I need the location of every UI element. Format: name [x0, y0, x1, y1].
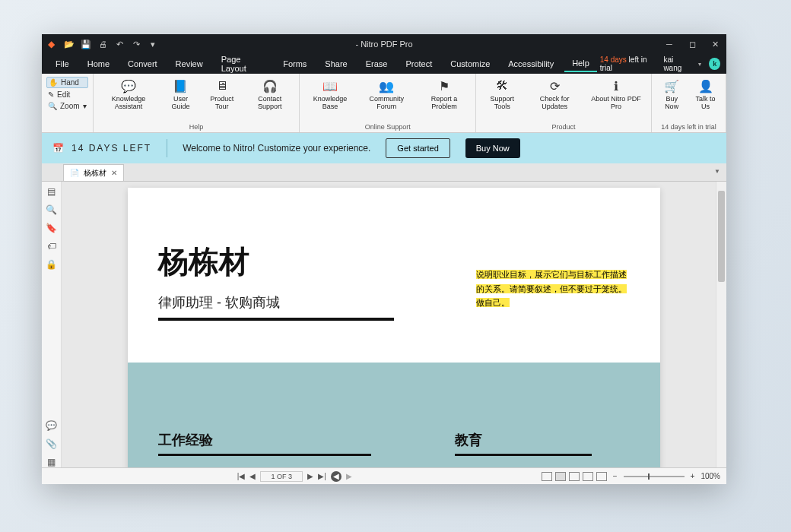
buy-now-ribbon-button[interactable]: 🛒Buy Now [656, 77, 687, 123]
headset-icon: 🎧 [262, 78, 278, 93]
edit-tool[interactable]: ✎Edit [46, 90, 88, 100]
view-fullscreen-icon[interactable] [596, 472, 607, 481]
username-label[interactable]: kai wang [663, 55, 691, 72]
zoom-slider[interactable] [624, 476, 685, 477]
tabs-dropdown-icon[interactable]: ▼ [714, 168, 720, 175]
attachments-panel-icon[interactable]: 📎 [46, 439, 57, 449]
maximize-button[interactable]: ◻ [681, 34, 704, 54]
last-page-icon[interactable]: ▶| [318, 472, 326, 480]
menu-erase[interactable]: Erase [358, 56, 396, 71]
user-avatar[interactable]: k [709, 58, 720, 70]
support-tools-button[interactable]: 🛠Support Tools [481, 77, 523, 123]
flag-icon: ⚑ [437, 78, 452, 93]
menu-share[interactable]: Share [317, 56, 354, 71]
about-button[interactable]: ℹAbout Nitro PDF Pro [586, 77, 646, 123]
menu-home[interactable]: Home [80, 56, 117, 71]
get-started-button[interactable]: Get started [386, 138, 450, 158]
menu-forms[interactable]: Forms [275, 56, 314, 71]
close-button[interactable]: ✕ [704, 34, 726, 54]
zoom-level: 100% [700, 472, 720, 480]
save-icon[interactable]: 💾 [81, 39, 91, 49]
banner-welcome: Welcome to Nitro! Customize your experie… [183, 143, 370, 154]
page-indicator[interactable]: 1 OF 3 [260, 471, 303, 482]
knowledge-assistant-button[interactable]: 💬Knowledge Assistant [98, 77, 160, 123]
bookmarks-panel-icon[interactable]: 🔖 [46, 223, 57, 233]
menu-file[interactable]: File [48, 56, 77, 71]
report-problem-button[interactable]: ⚑Report a Problem [418, 77, 471, 123]
menu-customize[interactable]: Customize [443, 56, 497, 71]
ribbon-label-help: Help [94, 123, 300, 132]
view-facing-icon[interactable] [569, 472, 580, 481]
people-icon: 👥 [379, 78, 394, 93]
divider [455, 454, 592, 456]
community-forum-button[interactable]: 👥Community Forum [359, 77, 415, 123]
ribbon-label-trial: 14 days left in trial [652, 123, 726, 132]
chat-icon: 💬 [121, 78, 136, 93]
zoom-in-icon[interactable]: + [691, 472, 695, 480]
teal-section: 工作经验 教育 [128, 363, 660, 467]
zoom-out-icon[interactable]: − [613, 472, 618, 480]
view-single-icon[interactable] [542, 472, 552, 481]
product-tour-button[interactable]: 🖥Product Tour [202, 77, 242, 123]
banner-divider [167, 139, 167, 157]
titlebar: ◆ 📂 💾 🖨 ↶ ↷ ▾ - Nitro PDF Pro ─ ◻ ✕ [42, 34, 726, 54]
layers-panel-icon[interactable]: ▦ [46, 457, 57, 467]
document-tab[interactable]: 📄 杨栋材 ✕ [63, 164, 124, 181]
ribbon-group-trial: 🛒Buy Now 👤Talk to Us 14 days left in tri… [652, 74, 726, 132]
hand-tool[interactable]: ✋Hand [46, 77, 88, 88]
tab-label: 杨栋材 [84, 168, 106, 179]
view-continuous-icon[interactable] [555, 472, 566, 481]
scrollbar-thumb[interactable] [718, 191, 725, 282]
nav-back-icon[interactable]: ◀ [331, 471, 341, 482]
zoom-tool[interactable]: 🔍Zoom ▾ [46, 101, 88, 111]
vertical-scrollbar[interactable] [716, 182, 726, 467]
contact-support-button[interactable]: 🎧Contact Support [245, 77, 294, 123]
ribbon-group-product: 🛠Support Tools ⟳Check for Updates ℹAbout… [476, 74, 652, 132]
info-icon: ℹ [608, 78, 624, 93]
minimize-button[interactable]: ─ [658, 34, 681, 54]
redo-icon[interactable]: ↷ [131, 39, 141, 49]
buy-now-button[interactable]: Buy Now [465, 138, 520, 158]
check-updates-button[interactable]: ⟳Check for Updates [526, 77, 583, 123]
user-guide-button[interactable]: 📘User Guide [163, 77, 199, 123]
view-facing-cont-icon[interactable] [583, 472, 593, 481]
person-icon: 👤 [698, 78, 713, 93]
menu-accessibility[interactable]: Accessibility [500, 56, 561, 71]
search-panel-icon[interactable]: 🔍 [46, 204, 57, 215]
knowledge-base-button[interactable]: 📖Knowledge Base [304, 77, 355, 123]
content-area: ▤ 🔍 🔖 🏷 🔒 💬 📎 ▦ 杨栋材 律师助理 - 软购商城 说明职业目标，展… [42, 182, 726, 467]
tab-close-icon[interactable]: ✕ [111, 169, 117, 177]
section-experience: 工作经验 [158, 431, 371, 449]
menu-review[interactable]: Review [168, 56, 211, 71]
menu-convert[interactable]: Convert [120, 56, 165, 71]
pages-panel-icon[interactable]: ▤ [46, 186, 57, 197]
print-icon[interactable]: 🖨 [97, 39, 108, 49]
first-page-icon[interactable]: |◀ [237, 472, 246, 480]
pdf-page: 杨栋材 律师助理 - 软购商城 说明职业目标，展示它们与目标工作描述的关系。请简… [128, 188, 660, 467]
statusbar: |◀ ◀ 1 OF 3 ▶ ▶| ◀ ▶ − + 100% [42, 467, 726, 484]
page-navigation: |◀ ◀ 1 OF 3 ▶ ▶| ◀ ▶ [237, 471, 352, 482]
highlighted-text: 说明职业目标，展示它们与目标工作描述的关系。请简要叙述，但不要过于笼统。做自己。 [476, 268, 628, 310]
left-rail: ▤ 🔍 🔖 🏷 🔒 💬 📎 ▦ [42, 182, 62, 467]
menu-page-layout[interactable]: Page Layout [214, 52, 272, 76]
next-page-icon[interactable]: ▶ [307, 472, 313, 480]
talk-to-us-button[interactable]: 👤Talk to Us [690, 77, 721, 123]
menu-protect[interactable]: Protect [398, 56, 440, 71]
undo-icon[interactable]: ↶ [114, 39, 125, 49]
qat-more-icon[interactable]: ▾ [148, 39, 158, 49]
open-icon[interactable]: 📂 [64, 39, 75, 49]
prev-page-icon[interactable]: ◀ [249, 472, 256, 480]
menu-help[interactable]: Help [564, 55, 597, 72]
tags-panel-icon[interactable]: 🏷 [46, 241, 57, 252]
comments-panel-icon[interactable]: 💬 [46, 420, 57, 431]
screen-icon: 🖥 [214, 78, 230, 93]
tools-icon: 🛠 [494, 78, 510, 93]
trial-status: 14 days left in trial [600, 55, 656, 72]
user-dropdown-icon[interactable]: ▾ [698, 61, 701, 68]
document-viewport[interactable]: 杨栋材 律师助理 - 软购商城 说明职业目标，展示它们与目标工作描述的关系。请简… [62, 182, 726, 467]
ribbon-label-product: Product [476, 123, 651, 132]
security-panel-icon[interactable]: 🔒 [46, 259, 57, 270]
nitro-logo-icon: ◆ [48, 39, 55, 49]
refresh-icon: ⟳ [547, 78, 562, 93]
nav-forward-icon[interactable]: ▶ [346, 472, 352, 480]
